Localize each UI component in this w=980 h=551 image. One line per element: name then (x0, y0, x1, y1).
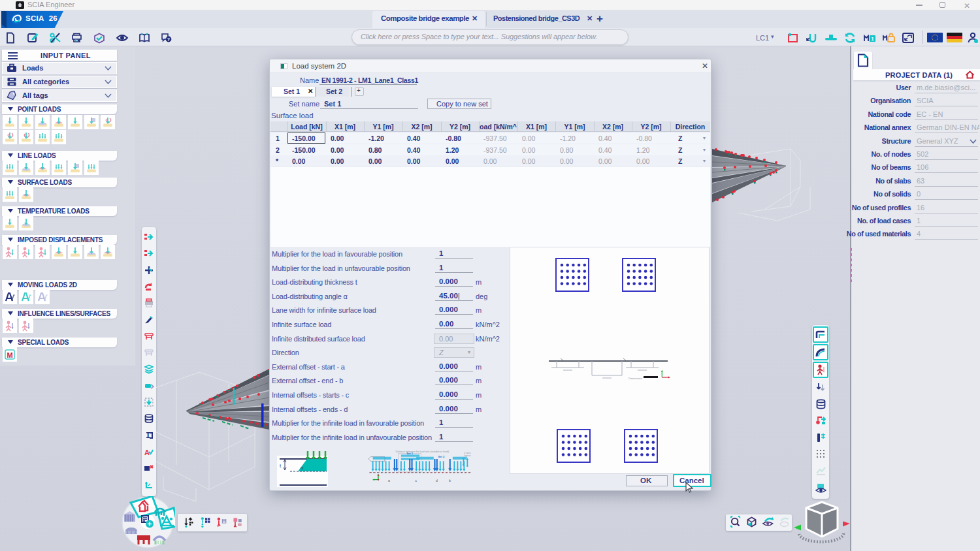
svg-text:b: b (449, 479, 451, 482)
svg-text:c: c (416, 479, 417, 482)
svg-text:layout: layout (464, 454, 471, 457)
svg-text:Set 1: Set 1 (406, 452, 414, 455)
svg-text:M: M (7, 351, 12, 359)
svg-text:α: α (301, 465, 304, 471)
svg-text:Distance between the load sets: Distance between the load sets (variable… (396, 450, 450, 453)
svg-text:t: t (280, 463, 282, 469)
svg-text:a: a (388, 479, 390, 482)
svg-text:d: d (436, 479, 438, 482)
svg-text:?: ? (167, 37, 170, 42)
svg-text:Set 2: Set 2 (438, 455, 445, 458)
svg-text:1: 1 (871, 36, 874, 42)
